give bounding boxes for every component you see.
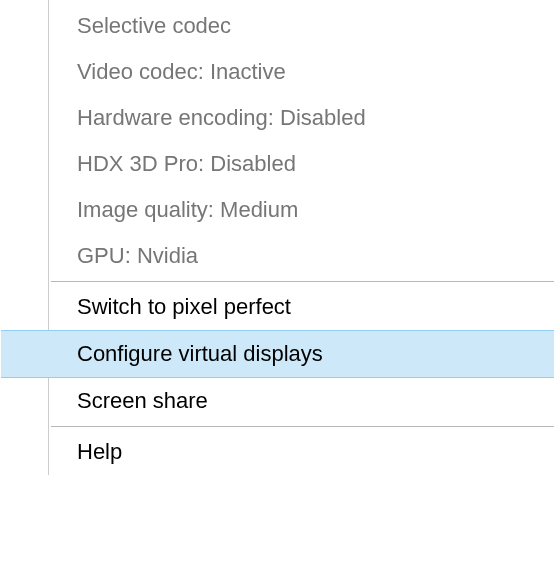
info-gpu: GPU: Nvidia xyxy=(49,233,554,279)
context-menu: Selective codec Video codec: Inactive Ha… xyxy=(48,0,554,475)
menu-item-label: GPU: Nvidia xyxy=(77,243,198,269)
menu-separator xyxy=(51,426,554,427)
menu-item-label: Hardware encoding: Disabled xyxy=(77,105,366,131)
info-video-codec: Video codec: Inactive xyxy=(49,49,554,95)
menu-item-label: HDX 3D Pro: Disabled xyxy=(77,151,296,177)
menu-item-label: Video codec: Inactive xyxy=(77,59,286,85)
menu-item-label: Selective codec xyxy=(77,13,231,39)
action-screen-share[interactable]: Screen share xyxy=(49,378,554,424)
info-image-quality: Image quality: Medium xyxy=(49,187,554,233)
menu-item-label: Image quality: Medium xyxy=(77,197,298,223)
info-hdx-3d-pro: HDX 3D Pro: Disabled xyxy=(49,141,554,187)
info-selective-codec: Selective codec xyxy=(49,3,554,49)
menu-item-label: Help xyxy=(77,439,122,465)
info-hardware-encoding: Hardware encoding: Disabled xyxy=(49,95,554,141)
menu-item-label: Switch to pixel perfect xyxy=(77,294,291,320)
action-help[interactable]: Help xyxy=(49,429,554,475)
menu-separator xyxy=(51,281,554,282)
menu-item-label: Screen share xyxy=(77,388,208,414)
action-switch-pixel-perfect[interactable]: Switch to pixel perfect xyxy=(49,284,554,330)
action-configure-virtual-displays[interactable]: Configure virtual displays xyxy=(1,330,554,378)
menu-item-label: Configure virtual displays xyxy=(77,341,323,367)
